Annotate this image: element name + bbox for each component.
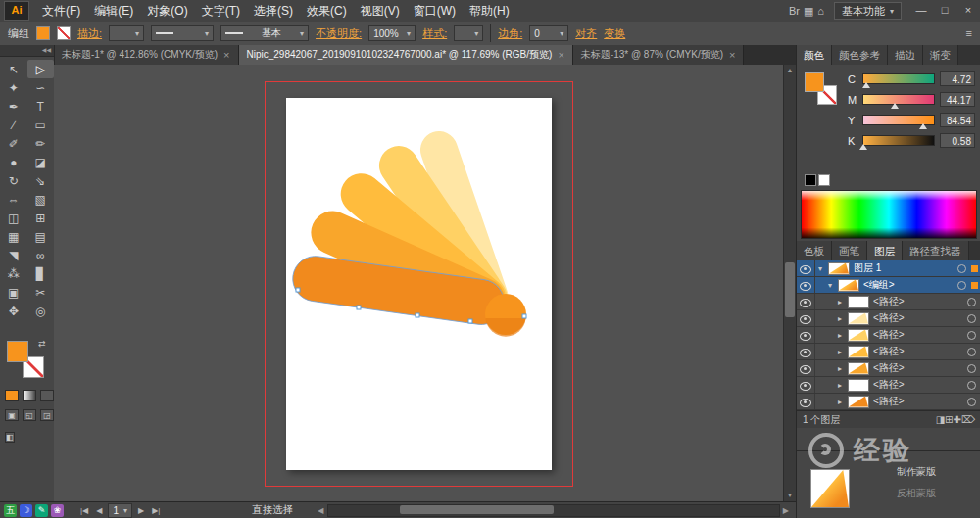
- document-tab[interactable]: 未标题-13* @ 87% (CMYK/预览)×: [573, 45, 745, 65]
- horizontal-scrollbar[interactable]: ◀ ▶: [315, 504, 792, 517]
- expand-caret-icon[interactable]: ▸: [838, 314, 848, 323]
- visibility-eye-icon[interactable]: [797, 277, 815, 293]
- close-tab-icon[interactable]: ×: [223, 49, 229, 61]
- panel-fill-swatch[interactable]: [805, 72, 824, 92]
- layer-row[interactable]: ▸<路径>: [797, 327, 980, 344]
- layer-thumbnail[interactable]: [848, 312, 869, 325]
- layer-target-icon[interactable]: [967, 314, 976, 323]
- layer-thumbnail[interactable]: [848, 329, 869, 342]
- artboard-number-field[interactable]: 1 ▾: [108, 503, 132, 518]
- restore-button[interactable]: □: [933, 0, 956, 22]
- gradient-tool[interactable]: ▤: [27, 227, 55, 246]
- artboard-tool[interactable]: ▣: [0, 283, 27, 302]
- first-artboard-button[interactable]: |◀: [78, 506, 90, 515]
- style-select[interactable]: ▾: [454, 25, 483, 41]
- stroke-weight-select[interactable]: ▾: [109, 25, 144, 41]
- channel-value-field[interactable]: 4.72: [940, 71, 975, 86]
- menu-item[interactable]: 窗口(W): [407, 0, 463, 22]
- layer-thumbnail[interactable]: [838, 279, 859, 292]
- layer-target-icon[interactable]: [957, 264, 966, 273]
- style-panel-link[interactable]: 样式:: [422, 26, 447, 41]
- tray-icon-2[interactable]: ✎: [35, 504, 48, 517]
- stroke-profile-select[interactable]: ▾: [151, 25, 214, 41]
- document-tab[interactable]: Nipic_29842067_20190910102324767000.ai* …: [239, 45, 573, 65]
- visibility-eye-icon[interactable]: [797, 260, 815, 276]
- corner-value-field[interactable]: 0▾: [529, 25, 568, 41]
- white-swatch[interactable]: [818, 174, 830, 186]
- menu-item[interactable]: 对象(O): [140, 0, 194, 22]
- gradient-mode-button[interactable]: [23, 390, 36, 401]
- direct-selection-tool[interactable]: ▷: [27, 60, 55, 78]
- menu-item[interactable]: 效果(C): [300, 0, 354, 22]
- zoom-tool[interactable]: ◎: [27, 302, 55, 320]
- layer-row[interactable]: ▸<路径>: [797, 394, 980, 410]
- prev-artboard-button[interactable]: ◀: [94, 506, 104, 515]
- expand-caret-icon[interactable]: ▸: [838, 398, 848, 406]
- panel-tab[interactable]: 描边: [888, 45, 923, 65]
- channel-slider[interactable]: [862, 135, 935, 146]
- fill-color-swatch[interactable]: [36, 26, 50, 40]
- layer-name[interactable]: <路径>: [873, 345, 967, 358]
- layer-name[interactable]: <路径>: [873, 395, 967, 408]
- make-clip-mask-icon[interactable]: ◨: [936, 414, 945, 425]
- black-swatch[interactable]: [805, 174, 816, 186]
- channel-slider[interactable]: [862, 115, 935, 125]
- opacity-panel-link[interactable]: 不透明度:: [316, 26, 362, 41]
- align-panel-link[interactable]: 对齐: [575, 26, 597, 41]
- slice-tool[interactable]: ✂: [27, 283, 55, 302]
- channel-slider-knob[interactable]: [891, 103, 899, 109]
- layer-thumbnail[interactable]: [828, 262, 850, 275]
- rectangle-tool[interactable]: ▭: [27, 116, 55, 134]
- next-artboard-button[interactable]: ▶: [136, 506, 146, 515]
- visibility-eye-icon[interactable]: [797, 310, 815, 326]
- menu-item[interactable]: 选择(S): [247, 0, 300, 22]
- panel-tab[interactable]: 渐变: [923, 45, 958, 65]
- new-layer-icon[interactable]: ✚: [953, 414, 960, 425]
- type-tool[interactable]: T: [27, 97, 55, 116]
- bridge-icon[interactable]: Br: [787, 5, 802, 17]
- tray-icon-3[interactable]: ❀: [51, 504, 64, 517]
- logo-artwork[interactable]: [286, 98, 552, 470]
- corner-panel-link[interactable]: 边角:: [498, 26, 522, 41]
- make-mask-button[interactable]: 制作蒙版: [897, 465, 936, 479]
- channel-value-field[interactable]: 44.17: [940, 92, 975, 107]
- layer-thumbnail[interactable]: [848, 362, 869, 375]
- magic-wand-tool[interactable]: ✦: [0, 78, 27, 97]
- line-segment-tool[interactable]: ∕: [0, 116, 27, 134]
- draw-behind-button[interactable]: ◱: [23, 409, 36, 421]
- tool-fill-swatch[interactable]: [7, 341, 28, 362]
- channel-slider-knob[interactable]: [862, 82, 870, 88]
- layer-target-icon[interactable]: [967, 331, 976, 340]
- panel-tab[interactable]: 颜色: [797, 45, 832, 65]
- control-bar-menu-icon[interactable]: ≡: [966, 27, 972, 39]
- horizontal-scroll-thumb[interactable]: [400, 505, 554, 514]
- visibility-eye-icon[interactable]: [797, 344, 815, 359]
- layer-target-icon[interactable]: [967, 348, 976, 356]
- close-tab-icon[interactable]: ×: [729, 49, 735, 61]
- expand-caret-icon[interactable]: ▸: [838, 364, 848, 373]
- eraser-tool[interactable]: ◪: [27, 153, 55, 171]
- color-spectrum[interactable]: [801, 190, 977, 239]
- opacity-select[interactable]: 100%▾: [368, 25, 416, 41]
- artboard[interactable]: [286, 98, 552, 470]
- visibility-eye-icon[interactable]: [797, 327, 815, 343]
- shape-builder-tool[interactable]: ◫: [0, 209, 27, 227]
- swap-fill-stroke-icon[interactable]: ⇄: [38, 339, 46, 349]
- none-mode-button[interactable]: [40, 390, 54, 401]
- expand-caret-icon[interactable]: ▸: [838, 331, 848, 340]
- layer-target-icon[interactable]: [957, 281, 966, 290]
- menu-item[interactable]: 文件(F): [35, 0, 87, 22]
- panel-tab[interactable]: 色板: [797, 241, 832, 260]
- visibility-eye-icon[interactable]: [797, 360, 815, 376]
- free-transform-tool[interactable]: ▧: [27, 190, 55, 209]
- layer-target-icon[interactable]: [967, 298, 976, 306]
- arrange-documents-icon[interactable]: ▦: [802, 5, 815, 17]
- channel-slider-knob[interactable]: [859, 144, 867, 150]
- workspace-switch-icon[interactable]: ⌂: [815, 5, 826, 17]
- tray-icon-0[interactable]: 五: [4, 504, 17, 517]
- draw-inside-button[interactable]: ◲: [40, 409, 54, 421]
- layer-name[interactable]: 图层 1: [854, 261, 957, 275]
- layer-row[interactable]: ▾图层 1: [797, 260, 980, 277]
- layer-name[interactable]: <编组>: [863, 278, 957, 292]
- close-button[interactable]: ×: [956, 0, 980, 22]
